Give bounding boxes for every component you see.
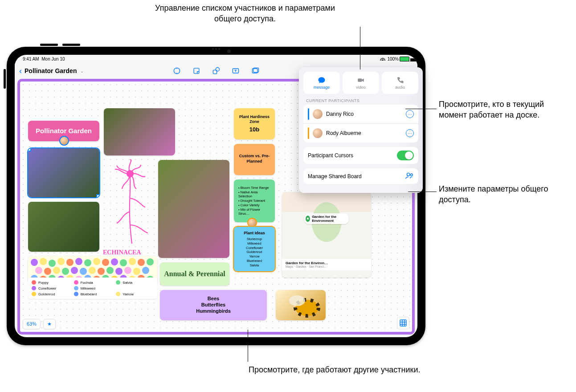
status-date: Mon Jun 10 <box>41 57 65 61</box>
legend-item: Yarrow <box>116 292 154 296</box>
svg-point-15 <box>57 258 65 265</box>
collaboration-popover: message video audio CURRENT PARTICIPANTS… <box>299 67 417 193</box>
wifi-icon <box>380 57 385 61</box>
status-time: 9:41 AM <box>23 57 39 61</box>
participant-name: Danny Rico <box>326 111 354 117</box>
svg-point-23 <box>129 258 136 265</box>
ipad-frame: 9:41 AM Mon Jun 10 100% ‹ Pollinator Gar… <box>7 47 425 345</box>
plant-ideas-note[interactable]: Plant Ideas Stonecrop Milkweed Coneflowe… <box>234 227 275 271</box>
svg-point-11 <box>127 171 133 177</box>
svg-point-20 <box>102 259 109 266</box>
participant-cursors-toggle-row: Participant Cursors <box>303 147 417 164</box>
chevron-down-icon[interactable]: ⌄ <box>80 69 84 74</box>
marker-tool-icon[interactable] <box>172 66 182 76</box>
map-pin-icon <box>306 216 310 222</box>
echinacea-drawing[interactable] <box>106 158 155 247</box>
callout-lead <box>360 27 360 69</box>
legend-item: Bluebeard <box>74 292 112 296</box>
battery-icon: 100% <box>387 57 409 61</box>
participants-section-label: CURRENT PARTICIPANTS <box>306 98 416 103</box>
participant-cursor-rody <box>247 218 257 228</box>
manage-shared-board-row[interactable]: Manage Shared Board <box>303 168 417 184</box>
more-icon[interactable]: ⋯ <box>406 129 414 137</box>
svg-point-31 <box>80 268 87 275</box>
avatar <box>313 109 323 119</box>
svg-rect-1 <box>194 68 199 74</box>
callout-top: Управление списком участников и параметр… <box>151 3 339 24</box>
svg-rect-56 <box>400 320 406 326</box>
photo-garden-tall[interactable] <box>158 160 229 258</box>
legend-item: Milkweed <box>74 286 112 290</box>
cursors-switch[interactable] <box>397 151 414 160</box>
callout-right-1: Просмотрите, кто в текущий момент работа… <box>439 99 568 121</box>
minimap-button[interactable] <box>397 317 409 329</box>
svg-point-12 <box>31 259 38 266</box>
map-subtitle: Maps · Garden · San Franci… <box>286 265 368 268</box>
callout-lead <box>408 192 437 192</box>
shapes-tool-icon[interactable] <box>211 66 221 76</box>
svg-point-59 <box>410 174 413 176</box>
svg-point-28 <box>53 267 60 274</box>
echinacea-label: ECHINACEA <box>103 249 141 256</box>
bloom-note[interactable]: • Bloom Time Range • Native Area Selecti… <box>234 180 275 222</box>
ipad-power-button <box>4 69 6 89</box>
status-bar: 9:41 AM Mon Jun 10 100% <box>15 55 417 63</box>
svg-point-22 <box>120 259 127 266</box>
audio-button[interactable]: audio <box>382 72 417 94</box>
back-icon[interactable]: ‹ <box>19 66 22 76</box>
ipad-volume-down <box>62 44 80 46</box>
svg-point-27 <box>44 268 51 275</box>
svg-point-16 <box>66 259 74 266</box>
more-icon[interactable]: ⋯ <box>406 110 414 118</box>
text-tool-icon[interactable] <box>230 66 241 76</box>
cursors-label: Participant Cursors <box>308 152 353 159</box>
bee-photo[interactable] <box>276 290 326 320</box>
participant-cursor-danny <box>59 136 69 146</box>
presence-indicator <box>308 127 309 139</box>
custom-note[interactable]: Custom vs. Pre-Planned <box>234 144 275 175</box>
legend-item: Coneflower <box>32 286 69 290</box>
svg-point-35 <box>115 268 123 275</box>
manage-shared-icon <box>405 172 414 180</box>
zoom-level[interactable]: 63% <box>23 319 41 329</box>
sticky-note-tool-icon[interactable] <box>191 66 202 76</box>
svg-point-26 <box>35 267 42 274</box>
svg-point-30 <box>71 267 78 274</box>
annual-perennial-note[interactable]: Annual & Perennial <box>160 262 229 286</box>
video-button[interactable]: video <box>343 72 379 94</box>
participant-name: Rody Albuerne <box>326 130 361 136</box>
callout-bottom: Просмотрите, где работают другие участни… <box>249 364 436 375</box>
photo-garden-wide[interactable] <box>28 202 99 252</box>
photo-lavender-bee[interactable] <box>28 148 99 197</box>
message-button[interactable]: message <box>303 72 340 94</box>
participant-row[interactable]: Rody Albuerne ⋯ <box>303 123 417 143</box>
map-card[interactable]: Garden for the Environment Garden for th… <box>282 192 371 278</box>
map-pin: Garden for the Environment <box>304 213 349 224</box>
legend[interactable]: Poppy Fuchsia Salvia Coneflower Milkweed… <box>28 278 157 299</box>
svg-point-33 <box>98 268 105 275</box>
legend-item <box>116 286 154 290</box>
svg-point-36 <box>124 267 131 274</box>
favorites-button[interactable]: ★ <box>43 319 56 329</box>
media-tool-icon[interactable] <box>250 66 261 76</box>
svg-point-3 <box>216 68 219 71</box>
board-title[interactable]: Pollinator Garden <box>25 67 77 74</box>
callout-lead <box>405 109 437 109</box>
participant-row[interactable]: Danny Rico ⋯ <box>303 105 417 123</box>
svg-point-58 <box>407 173 409 176</box>
ipad-volume-up <box>40 44 58 46</box>
svg-point-55 <box>289 295 305 306</box>
legend-item: Fuchsia <box>74 280 112 285</box>
bees-note[interactable]: Bees Butterflies Hummingbirds <box>160 290 267 320</box>
photo-pink-flower[interactable] <box>104 108 175 155</box>
svg-point-19 <box>93 258 100 265</box>
svg-point-24 <box>138 259 145 266</box>
callout-right-2: Измените параметры общего доступа. <box>439 184 568 205</box>
svg-rect-57 <box>358 78 362 82</box>
svg-point-13 <box>40 258 47 265</box>
callout-lead <box>248 330 248 362</box>
legend-item: Goldenrod <box>32 292 69 296</box>
avatar <box>313 128 323 138</box>
hardiness-note[interactable]: Plant Hardiness Zone 10b <box>234 108 275 139</box>
map-title: Garden for the Environ… <box>286 261 368 265</box>
